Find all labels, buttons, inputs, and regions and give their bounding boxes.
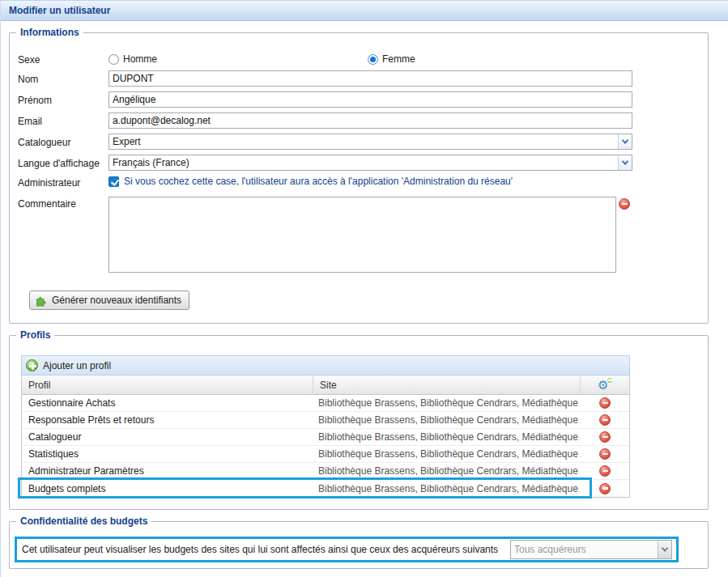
plus-icon [26, 359, 38, 371]
chevron-down-icon [662, 545, 668, 551]
catalogueur-select-value: Expert [109, 134, 618, 149]
delete-profile-icon[interactable] [599, 397, 611, 409]
prenom-field[interactable] [109, 91, 632, 108]
catalogueur-label: Catalogueur [18, 135, 109, 148]
column-header-site[interactable]: Site [313, 375, 581, 394]
sexe-label: Sexe [18, 53, 109, 66]
email-field[interactable] [109, 112, 632, 129]
acquereurs-select-value: Tous acquéreurs [511, 541, 658, 558]
prenom-row: Prénom [18, 91, 700, 108]
nom-label: Nom [18, 72, 109, 85]
langue-label: Langue d'affichage [18, 156, 109, 169]
catalogueur-select-trigger[interactable] [618, 134, 632, 149]
prenom-label: Prénom [18, 93, 109, 106]
administrateur-hint: Si vous cochez cette case, l'utilisateur… [124, 176, 513, 187]
profile-row-responsable-prets[interactable]: Responsable Prêts et retours Bibliothèqu… [22, 412, 629, 429]
radio-femme-icon[interactable] [368, 54, 378, 65]
email-label: Email [18, 114, 109, 127]
grid-body: Gestionnaire Achats Bibliothèque Brassen… [21, 395, 630, 498]
configure-columns-icon[interactable]: ⚙ [598, 379, 612, 392]
administrateur-row: Administrateur Si vous cochez cette case… [18, 176, 700, 189]
nom-field[interactable] [109, 70, 632, 87]
delete-profile-icon[interactable] [599, 465, 611, 477]
profile-sites: Bibliothèque Brassens, Bibliothèque Cend… [313, 465, 581, 477]
profile-sites: Bibliothèque Brassens, Bibliothèque Cend… [313, 483, 581, 494]
langue-select-trigger[interactable] [618, 155, 632, 170]
clear-commentaire-icon[interactable] [619, 198, 630, 210]
profile-name: Catalogueur [22, 431, 313, 443]
profile-name: Gestionnaire Achats [22, 397, 313, 409]
radio-option-femme[interactable]: Femme [368, 53, 415, 65]
add-profile-label: Ajouter un profil [43, 360, 111, 371]
profile-row-budgets-complets[interactable]: Budgets complets Bibliothèque Brassens, … [22, 480, 629, 497]
email-row: Email [18, 112, 700, 129]
add-profile-button[interactable]: Ajouter un profil [21, 355, 630, 375]
delete-profile-icon[interactable] [599, 431, 611, 443]
profils-legend: Profils [16, 329, 54, 341]
grid-header: Profil Site ⚙ [21, 375, 630, 395]
radio-option-homme[interactable]: Homme [109, 53, 157, 65]
delete-profile-icon[interactable] [599, 483, 611, 494]
profile-sites: Bibliothèque Brassens, Bibliothèque Cend… [313, 431, 581, 443]
window-title: Modifier un utilisateur [9, 5, 110, 16]
sexe-row: Sexe Homme Femme [18, 53, 700, 66]
langue-row: Langue d'affichage Français (France) [18, 155, 700, 171]
acquereurs-select[interactable]: Tous acquéreurs [510, 540, 672, 559]
budget-confidentiality-text: Cet utilisateur peut visualiser les budg… [22, 544, 498, 555]
gear-plus-badge [607, 377, 613, 384]
column-header-actions: ⚙ [581, 375, 629, 394]
profile-sites: Bibliothèque Brassens, Bibliothèque Cend… [313, 448, 581, 460]
generate-credentials-button[interactable]: Générer nouveaux identifiants [29, 291, 189, 310]
commentaire-label: Commentaire [18, 197, 109, 210]
administrateur-label: Administrateur [18, 176, 109, 189]
commentaire-field[interactable] [109, 197, 616, 273]
acquereurs-select-trigger[interactable] [658, 541, 671, 558]
informations-legend: Informations [16, 27, 83, 38]
profile-row-administrateur-parametres[interactable]: Administrateur Paramètres Bibliothèque B… [22, 463, 629, 480]
radio-homme-label: Homme [123, 53, 157, 65]
budget-confidentiality-highlight: Cet utilisateur peut visualiser les budg… [15, 537, 679, 562]
profile-name: Statistiques [22, 448, 313, 460]
commentaire-row: Commentaire [18, 197, 700, 273]
column-header-profil[interactable]: Profil [22, 375, 313, 394]
generate-credentials-label: Générer nouveaux identifiants [52, 295, 181, 306]
chevron-down-icon [622, 137, 628, 143]
profile-row-statistiques[interactable]: Statistiques Bibliothèque Brassens, Bibl… [22, 446, 629, 463]
delete-profile-icon[interactable] [599, 414, 611, 426]
profile-sites: Bibliothèque Brassens, Bibliothèque Cend… [313, 414, 581, 426]
profile-name: Administrateur Paramètres [22, 465, 313, 477]
administrateur-checkbox[interactable] [109, 176, 119, 187]
nom-row: Nom [18, 70, 700, 87]
profile-row-catalogueur[interactable]: Catalogueur Bibliothèque Brassens, Bibli… [22, 429, 629, 446]
window-titlebar: Modifier un utilisateur [1, 0, 728, 21]
informations-fieldset: Informations Sexe Homme Femme Nom Prénom… [9, 32, 709, 324]
confidentialite-fieldset: Confidentialité des budgets Cet utilisat… [9, 521, 709, 569]
profils-grid: Ajouter un profil Profil Site ⚙ Gestionn… [21, 355, 630, 498]
profile-row-gestionnaire-achats[interactable]: Gestionnaire Achats Bibliothèque Brassen… [22, 395, 629, 412]
confidentialite-legend: Confidentialité des budgets [16, 515, 151, 527]
catalogueur-select[interactable]: Expert [109, 134, 632, 150]
profils-fieldset: Profils Ajouter un profil Profil Site ⚙ [9, 335, 709, 510]
catalogueur-row: Catalogueur Expert [18, 134, 700, 150]
delete-profile-icon[interactable] [599, 448, 611, 460]
langue-select-value: Français (France) [109, 155, 618, 170]
puzzle-icon [35, 294, 48, 307]
profile-name: Budgets complets [22, 483, 313, 494]
profile-sites: Bibliothèque Brassens, Bibliothèque Cend… [313, 397, 581, 409]
chevron-down-icon [622, 158, 628, 164]
edit-user-window: Modifier un utilisateur Informations Sex… [0, 0, 728, 577]
profile-name: Responsable Prêts et retours [22, 414, 313, 426]
radio-femme-label: Femme [382, 53, 415, 65]
radio-homme-icon[interactable] [109, 54, 119, 65]
langue-select[interactable]: Français (France) [109, 155, 632, 171]
